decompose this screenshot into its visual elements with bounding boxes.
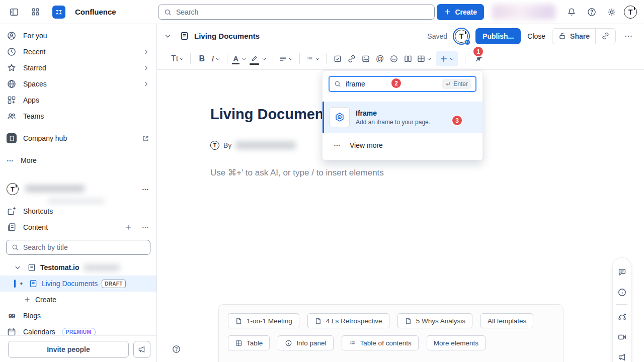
notifications-bell-icon[interactable] xyxy=(564,4,580,20)
collaborator-badge: C xyxy=(464,39,470,45)
share-group: Share xyxy=(552,28,616,44)
collapse-sidebar-icon[interactable] xyxy=(6,4,22,20)
app-switcher-icon[interactable] xyxy=(27,4,43,20)
insert-toc-button[interactable]: Table of contents xyxy=(342,335,419,350)
space-profile-row[interactable]: T ⋯ xyxy=(0,181,156,197)
chevron-right-icon[interactable] xyxy=(142,48,149,55)
table-dropdown[interactable] xyxy=(416,51,433,66)
tree-item-living-documents[interactable]: • Living Documents DRAFT xyxy=(0,276,156,292)
editor-placeholder[interactable]: Use ⌘+' to ask AI, or type / to insert e… xyxy=(210,167,384,178)
globe-icon xyxy=(7,79,17,89)
ellipsis-icon: ⋯ xyxy=(334,141,341,149)
more-elements-button[interactable]: More elements xyxy=(427,335,486,350)
sidebar-item-content[interactable]: Content ⋯ xyxy=(0,219,156,235)
insert-elements-dropdown[interactable] xyxy=(436,51,458,66)
template-1on1-meeting[interactable]: 1-on-1 Meeting xyxy=(228,313,299,328)
selected-indicator xyxy=(323,102,324,133)
content-search-input[interactable] xyxy=(23,243,145,251)
document-title[interactable]: Living Documents xyxy=(210,106,337,123)
create-button[interactable]: Create xyxy=(437,4,484,20)
collaborator-avatar[interactable]: T C xyxy=(454,29,469,44)
italic-dropdown[interactable]: I xyxy=(209,51,222,66)
chevron-right-icon[interactable] xyxy=(142,80,149,87)
document-icon xyxy=(235,317,243,325)
breadcrumb-page-title[interactable]: Living Documents xyxy=(194,32,260,40)
video-icon[interactable] xyxy=(614,329,629,344)
mention-icon[interactable]: @ xyxy=(373,51,386,66)
editor-help-icon[interactable] xyxy=(171,344,181,354)
space-page-label: Testomat.io xyxy=(40,263,79,272)
settings-gear-icon[interactable] xyxy=(604,4,620,20)
list-dropdown[interactable] xyxy=(304,51,321,66)
sidebar-item-starred[interactable]: Starred xyxy=(0,60,156,76)
layout-columns-icon[interactable] xyxy=(401,51,415,66)
emoji-icon[interactable] xyxy=(387,51,400,66)
global-search[interactable] xyxy=(158,5,435,20)
template-4ls-retrospective[interactable]: 4 Ls Retrospective xyxy=(307,313,389,328)
sidebar-item-apps[interactable]: Apps xyxy=(0,92,156,108)
insert-table-button[interactable]: Table xyxy=(228,335,270,350)
result-description: Add an iframe to your page. xyxy=(356,119,430,126)
details-info-icon[interactable] xyxy=(614,285,629,300)
building-icon xyxy=(7,133,17,143)
insert-info-panel-button[interactable]: Info panel xyxy=(278,335,333,350)
chevron-down-icon[interactable] xyxy=(164,32,172,40)
chevron-right-icon[interactable] xyxy=(142,64,149,71)
search-input[interactable] xyxy=(176,8,429,16)
insert-search[interactable]: iframe ↵ Enter xyxy=(329,76,476,92)
ellipsis-icon[interactable]: ⋯ xyxy=(142,185,149,193)
highlighter-icon xyxy=(250,54,259,63)
redacted-space-suffix xyxy=(84,264,120,271)
confluence-logo-icon[interactable] xyxy=(52,6,65,19)
comments-icon[interactable] xyxy=(614,264,629,280)
copy-link-button[interactable] xyxy=(596,29,615,44)
space-avatar: T xyxy=(7,183,19,195)
invite-people-button[interactable]: Invite people xyxy=(8,341,129,358)
plus-icon xyxy=(23,296,31,304)
audio-support-icon[interactable] xyxy=(614,309,629,324)
share-button[interactable]: Share xyxy=(552,29,595,44)
sidebar-item-shortcuts[interactable]: Shortcuts xyxy=(0,203,156,219)
bold-button[interactable]: B xyxy=(195,51,208,66)
view-more-item[interactable]: ⋯ View more xyxy=(323,133,482,157)
close-button[interactable]: Close xyxy=(527,32,545,40)
premium-badge: PREMIUM xyxy=(62,328,96,336)
link-icon[interactable] xyxy=(345,51,358,66)
apps-grid-icon xyxy=(7,95,17,105)
sidebar-item-recent[interactable]: Recent xyxy=(0,44,156,60)
sidebar-item-spaces[interactable]: Spaces xyxy=(0,76,156,92)
publish-button[interactable]: Publish... xyxy=(475,28,521,44)
ellipsis-icon[interactable]: ⋯ xyxy=(142,223,149,231)
help-icon[interactable] xyxy=(584,4,600,20)
person-circle-icon xyxy=(7,31,17,41)
redacted-banner xyxy=(492,5,555,20)
content-search[interactable] xyxy=(6,240,150,255)
all-templates-button[interactable]: All templates xyxy=(480,313,533,328)
task-checkbox-icon[interactable] xyxy=(331,51,344,66)
sidebar-item-blogs[interactable]: 99 Blogs xyxy=(0,308,156,324)
page-icon xyxy=(27,263,36,272)
text-style-dropdown[interactable]: Tt xyxy=(170,51,186,66)
alignment-dropdown[interactable] xyxy=(278,51,295,66)
text-color-dropdown[interactable]: A xyxy=(232,51,248,66)
tree-item-space[interactable]: Testomat.io xyxy=(0,259,156,276)
draft-badge: DRAFT xyxy=(102,280,125,288)
enter-key-hint: ↵ Enter xyxy=(442,79,471,89)
add-content-icon[interactable] xyxy=(124,223,132,231)
user-avatar[interactable]: T xyxy=(624,6,637,19)
sidebar-item-more[interactable]: ⋯ More xyxy=(0,152,156,168)
sidebar-item-teams[interactable]: Teams xyxy=(0,108,156,124)
redacted-space-subtitle xyxy=(48,199,105,203)
feedback-megaphone-button[interactable] xyxy=(133,341,150,358)
announcement-megaphone-icon[interactable] xyxy=(614,349,629,362)
ellipsis-icon: ⋯ xyxy=(7,156,14,164)
more-actions-icon[interactable]: ⋯ xyxy=(622,31,635,41)
tree-create-button[interactable]: Create xyxy=(0,292,156,308)
highlight-color-dropdown[interactable] xyxy=(249,51,268,66)
chevron-down-icon[interactable] xyxy=(14,264,21,271)
annotation-step-3: 3 xyxy=(452,116,462,125)
sidebar-item-for-you[interactable]: For you xyxy=(0,28,156,44)
sidebar-item-company-hub[interactable]: Company hub xyxy=(0,130,156,146)
template-5-whys-analysis[interactable]: 5 Whys Analysis xyxy=(397,313,472,328)
image-icon[interactable] xyxy=(359,51,372,66)
